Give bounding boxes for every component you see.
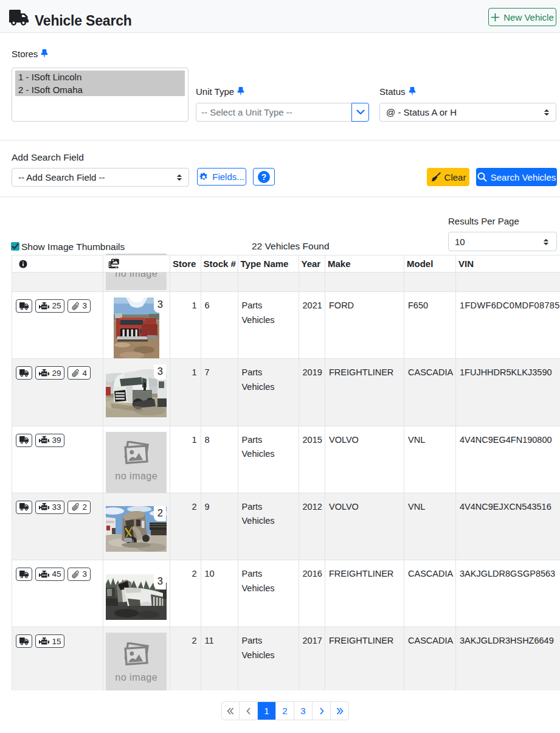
svg-text:?: ?	[261, 172, 267, 181]
